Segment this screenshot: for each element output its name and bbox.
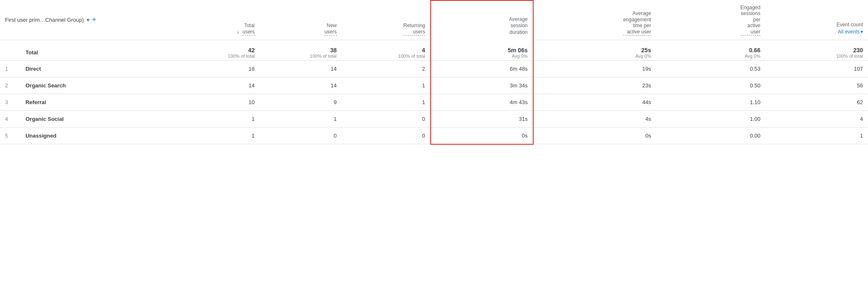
- row-avg-session: 31s: [431, 110, 533, 127]
- row-avg-session: 4m 43s: [431, 94, 533, 110]
- row-label: Unassigned: [21, 127, 171, 144]
- row-event-count: 107: [765, 60, 868, 77]
- row-engaged-sessions: 0.00: [656, 127, 765, 144]
- row-engaged-sessions: 0.50: [656, 77, 765, 94]
- total-avg-engagement-cell: 25s Avg 0%: [533, 40, 656, 60]
- row-rank: 4: [0, 110, 21, 127]
- add-column-button[interactable]: +: [92, 15, 97, 25]
- avg-session-duration-header[interactable]: Averagesessionduration: [509, 16, 527, 35]
- returning-users-header[interactable]: Returningusers: [403, 29, 425, 35]
- row-returning-users: 0: [342, 110, 431, 127]
- row-avg-engagement: 19s: [533, 60, 656, 77]
- total-returning-users-cell: 4 100% of total: [342, 40, 431, 60]
- total-users-header[interactable]: Totalusers: [242, 29, 254, 35]
- row-rank: 3: [0, 94, 21, 110]
- total-avg-session-cell: 5m 06s Avg 0%: [431, 40, 533, 60]
- engaged-sessions-header[interactable]: Engagedsessionsperactiveuser: [740, 29, 760, 35]
- total-rank-cell: [0, 40, 21, 60]
- row-avg-engagement: 0s: [533, 127, 656, 144]
- row-total-users: 1: [171, 127, 259, 144]
- total-users-cell: 42 100% of total: [171, 40, 259, 60]
- row-new-users: 9: [260, 94, 342, 110]
- row-new-users: 1: [260, 110, 342, 127]
- row-engaged-sessions: 0.53: [656, 60, 765, 77]
- row-label: Referral: [21, 94, 171, 110]
- table-row: 2 Organic Search 14 14 1 3m 34s 23s 0.50…: [0, 77, 868, 94]
- row-engaged-sessions: 1.00: [656, 110, 765, 127]
- row-returning-users: 1: [342, 77, 431, 94]
- event-count-header: Event count All events ▾: [770, 22, 863, 36]
- row-avg-session: 0s: [431, 127, 533, 144]
- total-engaged-sessions-cell: 0.66 Avg 0%: [656, 40, 765, 60]
- table-row: 3 Referral 10 9 1 4m 43s 44s 1.10 62: [0, 94, 868, 110]
- event-count-dropdown[interactable]: All events ▾: [838, 29, 863, 36]
- row-returning-users: 1: [342, 94, 431, 110]
- row-event-count: 56: [765, 77, 868, 94]
- row-returning-users: 2: [342, 60, 431, 77]
- row-label: Direct: [21, 60, 171, 77]
- row-rank: 2: [0, 77, 21, 94]
- row-total-users: 10: [171, 94, 259, 110]
- row-label: Organic Search: [21, 77, 171, 94]
- row-event-count: 4: [765, 110, 868, 127]
- row-rank: 1: [0, 60, 21, 77]
- total-new-users-cell: 38 100% of total: [260, 40, 342, 60]
- table-row: 5 Unassigned 1 0 0 0s 0s 0.00 1: [0, 127, 868, 144]
- total-row: Total 42 100% of total 38 100% of total …: [0, 40, 868, 60]
- row-avg-engagement: 44s: [533, 94, 656, 110]
- row-avg-engagement: 4s: [533, 110, 656, 127]
- new-users-header[interactable]: Newusers: [324, 29, 336, 35]
- total-event-count-cell: 230 100% of total: [765, 40, 868, 60]
- row-rank: 5: [0, 127, 21, 144]
- row-new-users: 14: [260, 77, 342, 94]
- channel-group-label: First user prim…Channel Group): [5, 17, 84, 24]
- row-total-users: 16: [171, 60, 259, 77]
- row-avg-engagement: 23s: [533, 77, 656, 94]
- row-total-users: 1: [171, 110, 259, 127]
- row-new-users: 14: [260, 60, 342, 77]
- row-new-users: 0: [260, 127, 342, 144]
- row-event-count: 62: [765, 94, 868, 110]
- row-avg-session: 6m 48s: [431, 60, 533, 77]
- row-event-count: 1: [765, 127, 868, 144]
- sort-arrow-icon: ↓: [237, 29, 239, 35]
- avg-engagement-time-header[interactable]: Averageengagementtime peractive user: [623, 29, 651, 35]
- row-avg-session: 3m 34s: [431, 77, 533, 94]
- channel-group-dropdown-icon[interactable]: ▾: [87, 17, 90, 24]
- table-row: 1 Direct 16 14 2 6m 48s 19s 0.53 107: [0, 60, 868, 77]
- row-returning-users: 0: [342, 127, 431, 144]
- analytics-table: First user prim…Channel Group) ▾ + ↓ Tot…: [0, 0, 868, 145]
- total-label: Total: [21, 40, 171, 60]
- row-total-users: 14: [171, 77, 259, 94]
- table-row: 4 Organic Social 1 1 0 31s 4s 1.00 4: [0, 110, 868, 127]
- row-engaged-sessions: 1.10: [656, 94, 765, 110]
- row-label: Organic Social: [21, 110, 171, 127]
